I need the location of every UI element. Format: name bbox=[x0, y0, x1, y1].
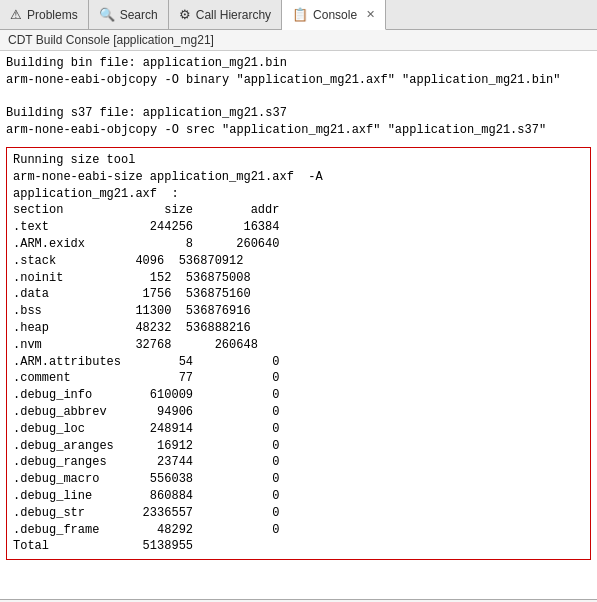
search-icon: 🔍 bbox=[99, 7, 115, 22]
tab-console-label: Console bbox=[313, 8, 357, 22]
problems-icon: ⚠ bbox=[10, 7, 22, 22]
console-icon: 📋 bbox=[292, 7, 308, 22]
tab-problems[interactable]: ⚠ Problems bbox=[0, 0, 89, 29]
console-title: CDT Build Console [application_mg21] bbox=[0, 30, 597, 51]
tab-search-label: Search bbox=[120, 8, 158, 22]
tab-call-hierarchy-label: Call Hierarchy bbox=[196, 8, 271, 22]
tab-console[interactable]: 📋 Console ✕ bbox=[282, 0, 386, 30]
tab-call-hierarchy[interactable]: ⚙ Call Hierarchy bbox=[169, 0, 282, 29]
console-output-area[interactable]: Building bin file: application_mg21.bin … bbox=[0, 51, 597, 599]
tab-bar: ⚠ Problems 🔍 Search ⚙ Call Hierarchy 📋 C… bbox=[0, 0, 597, 30]
tab-problems-label: Problems bbox=[27, 8, 78, 22]
call-hierarchy-icon: ⚙ bbox=[179, 7, 191, 22]
pre-output: Building bin file: application_mg21.bin … bbox=[0, 51, 597, 143]
tab-search[interactable]: 🔍 Search bbox=[89, 0, 169, 29]
size-tool-output: Running size tool arm-none-eabi-size app… bbox=[6, 147, 591, 560]
console-close-icon[interactable]: ✕ bbox=[366, 8, 375, 21]
